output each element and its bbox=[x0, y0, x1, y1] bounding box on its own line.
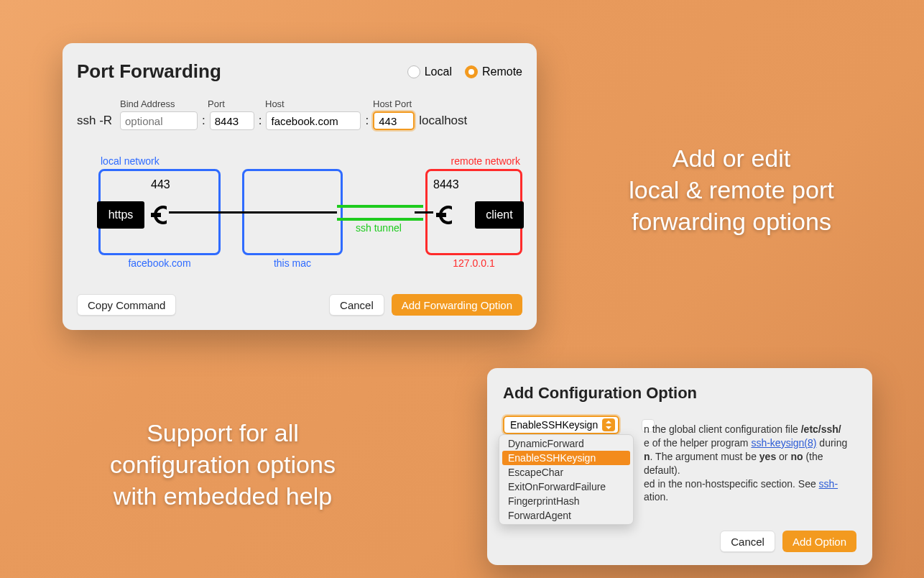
port-label: Port bbox=[208, 98, 265, 109]
option-dropdown[interactable]: EnableSSHKeysign bbox=[503, 416, 619, 434]
add-option-button[interactable]: Add Option bbox=[782, 531, 856, 552]
pf-header: Port Forwarding Local Remote bbox=[77, 60, 522, 83]
bind-address-input[interactable] bbox=[120, 111, 198, 130]
forwarding-diagram: local network https 443 facebook.com thi… bbox=[77, 147, 522, 277]
cancel-button[interactable]: Cancel bbox=[720, 531, 775, 552]
svg-rect-4 bbox=[436, 213, 446, 217]
aco-button-row: Cancel Add Option bbox=[503, 531, 856, 552]
caption-right: Add or editlocal & remote portforwarding… bbox=[573, 142, 890, 238]
this-mac-label: this mac bbox=[244, 257, 341, 269]
connection-line bbox=[415, 211, 433, 214]
local-network-label: local network bbox=[101, 155, 218, 167]
host-input[interactable] bbox=[266, 111, 361, 130]
radio-local-label: Local bbox=[425, 65, 452, 78]
dropdown-item[interactable]: DynamicForward bbox=[499, 436, 633, 451]
option-dropdown-list: DynamicForwardEnableSSHKeysignEscapeChar… bbox=[499, 434, 634, 525]
ssh-tunnel-line bbox=[337, 205, 423, 208]
ssh-prefix: ssh -R bbox=[77, 114, 120, 128]
loopback-label: 127.0.0.1 bbox=[428, 257, 520, 269]
radio-remote-label: Remote bbox=[482, 65, 522, 78]
add-forwarding-option-button[interactable]: Add Forwarding Option bbox=[392, 294, 522, 316]
https-node: https bbox=[97, 201, 144, 229]
colon: : bbox=[254, 114, 267, 128]
host-port-input[interactable] bbox=[373, 111, 415, 130]
option-dropdown-value: EnableSSHKeysign bbox=[510, 419, 598, 431]
facebook-label: facebook.com bbox=[101, 257, 218, 269]
port-forwarding-panel: Port Forwarding Local Remote Bind Addres… bbox=[63, 43, 537, 330]
remote-network-box: remote network client 8443 127.0.0.1 bbox=[425, 169, 522, 255]
radio-dot-icon bbox=[407, 65, 420, 78]
ssh-tunnel-label: ssh tunnel bbox=[356, 222, 402, 234]
dropdown-item[interactable]: EnableSSHKeysign bbox=[502, 451, 630, 465]
colon: : bbox=[361, 114, 373, 128]
client-node: client bbox=[475, 201, 524, 229]
remote-network-label: remote network bbox=[428, 155, 520, 167]
radio-dot-icon bbox=[465, 65, 478, 78]
forwarding-type-radios: Local Remote bbox=[407, 65, 522, 78]
localhost-suffix: localhost bbox=[415, 114, 467, 128]
chevron-up-down-icon bbox=[602, 418, 615, 431]
caption-left: Support for allconfiguration optionswith… bbox=[65, 417, 381, 513]
cancel-button[interactable]: Cancel bbox=[329, 294, 384, 316]
bind-address-label: Bind Address bbox=[120, 98, 208, 109]
dropdown-item[interactable]: EscapeChar bbox=[499, 465, 633, 480]
radio-remote[interactable]: Remote bbox=[465, 65, 522, 78]
help-text: n the global client configuration file /… bbox=[644, 423, 858, 504]
copy-command-button[interactable]: Copy Command bbox=[77, 294, 176, 316]
page-title: Port Forwarding bbox=[77, 60, 221, 83]
radio-local[interactable]: Local bbox=[407, 65, 452, 78]
port-input[interactable] bbox=[210, 111, 254, 130]
remote-port-label: 8443 bbox=[433, 178, 459, 191]
dropdown-item[interactable]: ExitOnForwardFailure bbox=[499, 480, 633, 494]
svg-rect-1 bbox=[151, 213, 161, 217]
dropdown-item[interactable]: ForwardAgent bbox=[499, 508, 633, 523]
pf-button-row: Copy Command Cancel Add Forwarding Optio… bbox=[77, 294, 522, 316]
add-config-option-panel: Add Configuration Option EnableSSHKeysig… bbox=[487, 368, 872, 565]
local-port-label: 443 bbox=[151, 178, 170, 191]
plug-icon bbox=[151, 206, 172, 224]
ssh-tunnel-line bbox=[337, 218, 423, 221]
plug-icon bbox=[436, 206, 458, 224]
svg-rect-2 bbox=[167, 206, 172, 224]
ssh-keysign-link[interactable]: ssh-keysign(8) bbox=[751, 437, 816, 449]
host-port-label: Host Port bbox=[373, 98, 429, 109]
ssh-link[interactable]: ssh- bbox=[819, 478, 838, 490]
dropdown-item[interactable]: FingerprintHash bbox=[499, 494, 633, 508]
fields-row: ssh -R : : : localhost bbox=[77, 111, 522, 130]
field-labels-row: Bind Address Port Host Host Port bbox=[120, 98, 522, 109]
connection-line bbox=[169, 211, 337, 214]
colon: : bbox=[198, 114, 210, 128]
aco-title: Add Configuration Option bbox=[503, 384, 856, 403]
svg-rect-5 bbox=[452, 206, 458, 224]
host-label: Host bbox=[265, 98, 373, 109]
